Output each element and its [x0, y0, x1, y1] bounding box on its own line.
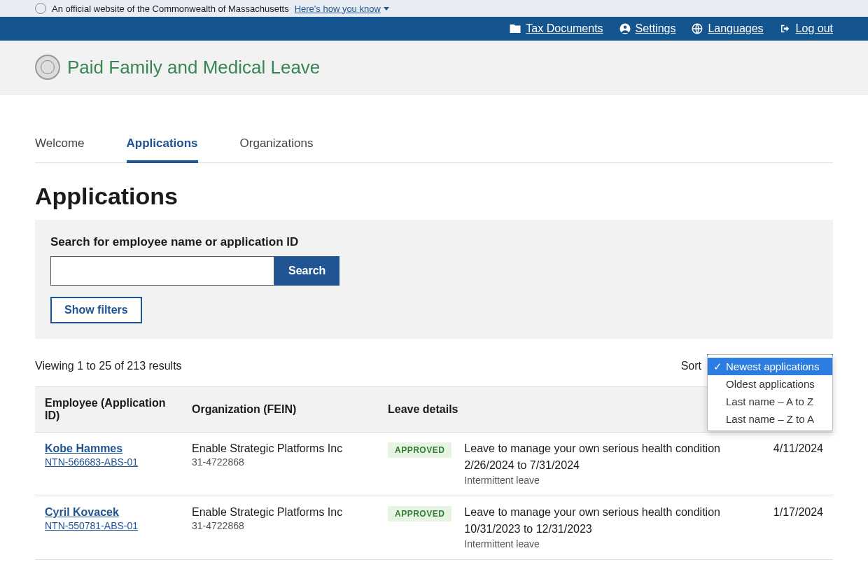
status-badge: APPROVED — [388, 442, 451, 458]
seal-icon — [35, 3, 46, 14]
settings-link[interactable]: Settings — [619, 22, 676, 35]
utility-nav: Tax Documents Settings Languages Log out — [0, 17, 868, 41]
leave-type: Intermittent leave — [464, 538, 720, 550]
org-fein: 31-4722868 — [192, 456, 368, 468]
search-button[interactable]: Search — [274, 256, 340, 286]
leave-title: Leave to manage your own serious health … — [464, 506, 720, 519]
folder-icon — [509, 22, 522, 35]
application-id-link[interactable]: NTN-550781-ABS-01 — [45, 520, 172, 531]
application-id-link[interactable]: NTN-566683-ABS-01 — [45, 456, 172, 468]
search-label: Search for employee name or application … — [50, 235, 818, 249]
leave-dates: 2/26/2024 to 7/31/2024 — [464, 459, 720, 472]
employee-link[interactable]: Kobe Hammes — [45, 442, 172, 455]
user-icon — [619, 22, 631, 35]
table-row: Cyril Kovacek NTN-550781-ABS-01 Enable S… — [35, 496, 833, 560]
globe-icon — [691, 22, 704, 35]
page-title: Applications — [35, 183, 833, 210]
app-title: Paid Family and Medical Leave — [67, 57, 320, 78]
leave-dates: 10/31/2023 to 12/31/2023 — [464, 523, 720, 536]
submitted-date: 1/17/2024 — [742, 496, 833, 560]
employee-link[interactable]: Cyril Kovacek — [45, 506, 172, 519]
sort-option-lastname-az[interactable]: Last name – A to Z — [708, 393, 832, 410]
submitted-date: 4/11/2024 — [742, 433, 833, 496]
tab-applications[interactable]: Applications — [127, 130, 198, 163]
tax-documents-link[interactable]: Tax Documents — [509, 22, 603, 35]
official-text: An official website of the Commonwealth … — [52, 4, 289, 14]
sort-option-newest[interactable]: Newest applications — [708, 358, 832, 375]
leave-type: Intermittent leave — [464, 475, 720, 486]
state-seal-icon — [35, 55, 60, 80]
svg-point-1 — [623, 26, 626, 29]
org-name: Enable Strategic Platforms Inc — [192, 506, 368, 519]
leave-title: Leave to manage your own serious health … — [464, 442, 720, 455]
show-filters-button[interactable]: Show filters — [50, 297, 142, 323]
tab-organizations[interactable]: Organizations — [240, 130, 314, 162]
search-input[interactable] — [50, 256, 274, 286]
sort-label: Sort — [681, 360, 701, 372]
how-you-know-link[interactable]: Here's how you know — [295, 4, 389, 14]
col-organization: Organization (FEIN) — [182, 387, 378, 433]
org-name: Enable Strategic Platforms Inc — [192, 442, 368, 455]
tab-welcome[interactable]: Welcome — [35, 130, 85, 162]
status-badge: APPROVED — [388, 506, 451, 522]
sort-option-oldest[interactable]: Oldest applications — [708, 375, 832, 393]
table-row: Kobe Hammes NTN-566683-ABS-01 Enable Str… — [35, 433, 833, 496]
app-header: Paid Family and Medical Leave — [0, 41, 868, 94]
chevron-down-icon — [384, 7, 389, 10]
languages-link[interactable]: Languages — [691, 22, 763, 35]
results-count: Viewing 1 to 25 of 213 results — [35, 360, 182, 372]
main-tabs: Welcome Applications Organizations — [35, 130, 833, 163]
logout-link[interactable]: Log out — [779, 22, 833, 35]
logout-icon — [779, 22, 792, 35]
org-fein: 31-4722868 — [192, 520, 368, 531]
official-banner: An official website of the Commonwealth … — [0, 0, 868, 17]
search-panel: Search for employee name or application … — [35, 220, 833, 339]
sort-dropdown: Newest applications Oldest applications … — [707, 354, 833, 431]
col-leave: Leave details — [378, 387, 742, 433]
col-employee: Employee (Application ID) — [35, 387, 182, 433]
sort-option-lastname-za[interactable]: Last name – Z to A — [708, 410, 832, 428]
